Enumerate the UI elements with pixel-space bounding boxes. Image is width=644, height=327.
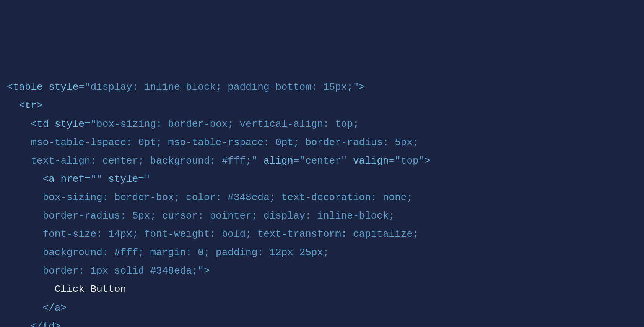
code-line-4: mso-table-lspace: 0pt; mso-table-rspace:… [7, 137, 419, 148]
angle-close: > [359, 81, 365, 93]
code-line-10: background: #fff; margin: 0; padding: 12… [7, 247, 329, 258]
tag-name: tr [25, 100, 37, 111]
angle-open: < [7, 81, 13, 93]
equals: = [389, 155, 395, 167]
text-content: Click Button [55, 283, 126, 295]
attr-value: " [144, 173, 150, 185]
tag-name: a [49, 173, 55, 185]
code-line-1: <table style="display: inline-block; pad… [7, 81, 365, 93]
attr-value: border: 1px solid #348eda;" [43, 265, 204, 277]
attr-value: border-radius: 5px; cursor: pointer; dis… [43, 210, 395, 222]
attr-name: align [263, 155, 293, 167]
equals: = [85, 118, 91, 130]
code-line-14: </td> [7, 321, 60, 327]
angle-open: < [19, 100, 25, 111]
code-editor[interactable]: <table style="display: inline-block; pad… [7, 78, 637, 327]
equals: = [85, 173, 91, 185]
angle-close: > [60, 302, 67, 314]
attr-value: "display: inline-block; padding-bottom: … [85, 81, 359, 93]
code-line-5: text-align: center; background: #fff;" a… [7, 155, 431, 167]
angle-close: > [37, 100, 43, 111]
code-line-2: <tr> [7, 100, 43, 111]
code-line-6: <a href="" style=" [7, 173, 150, 185]
attr-value: "box-sizing: border-box; vertical-align:… [90, 118, 359, 130]
code-line-11: border: 1px solid #348eda;"> [7, 265, 210, 277]
attr-name: style [108, 173, 138, 185]
code-line-8: border-radius: 5px; cursor: pointer; dis… [7, 210, 395, 222]
code-line-12: Click Button [7, 283, 126, 295]
attr-value: "center" [299, 155, 347, 167]
attr-name: style [55, 118, 85, 130]
attr-name: href [60, 173, 84, 185]
attr-name: style [49, 81, 78, 93]
attr-value: box-sizing: border-box; color: #348eda; … [43, 192, 413, 203]
code-line-3: <td style="box-sizing: border-box; verti… [7, 118, 359, 130]
equals: = [78, 81, 85, 93]
tag-name: table [13, 81, 43, 93]
tag-name: td [43, 321, 55, 327]
angle-close: > [55, 321, 61, 327]
code-line-9: font-size: 14px; font-weight: bold; text… [7, 228, 419, 240]
angle-open-close: </ [31, 321, 42, 327]
angle-open: < [31, 118, 37, 130]
tag-name: a [55, 302, 61, 314]
attr-value: background: #fff; margin: 0; padding: 12… [43, 247, 329, 258]
angle-open: < [43, 173, 49, 185]
equals: = [293, 155, 299, 167]
attr-value: text-align: center; background: #fff;" [31, 155, 257, 167]
attr-value: mso-table-lspace: 0pt; mso-table-rspace:… [31, 137, 418, 148]
attr-value: font-size: 14px; font-weight: bold; text… [43, 228, 419, 240]
tag-name: td [37, 118, 49, 130]
attr-value: "top" [395, 155, 424, 167]
angle-close: > [204, 265, 210, 277]
attr-name: valign [353, 155, 389, 167]
angle-close: > [424, 155, 431, 167]
code-line-13: </a> [7, 302, 67, 314]
code-line-7: box-sizing: border-box; color: #348eda; … [7, 192, 413, 203]
attr-value: "" [90, 173, 102, 185]
angle-open-close: </ [43, 302, 55, 314]
equals: = [138, 173, 144, 185]
